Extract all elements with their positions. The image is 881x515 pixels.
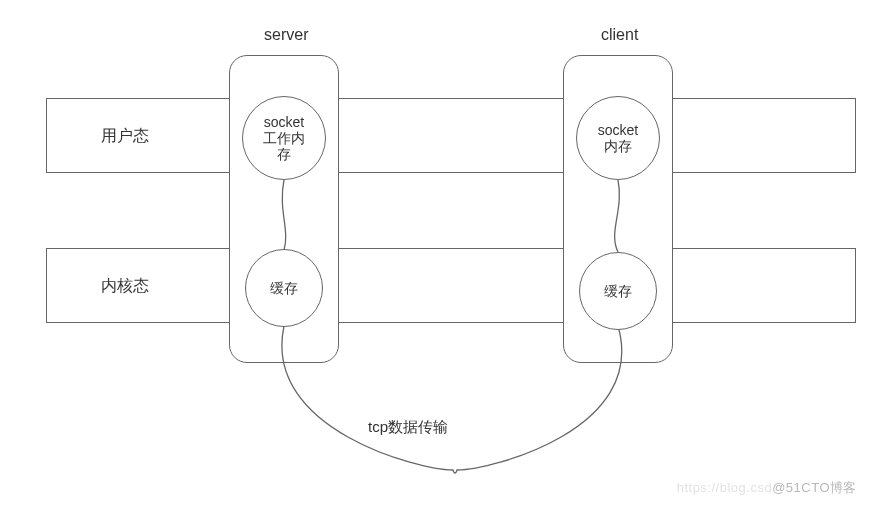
layer-kernel-label: 内核态 bbox=[101, 275, 149, 296]
client-cache-circle: 缓存 bbox=[579, 252, 657, 330]
server-cache-circle: 缓存 bbox=[245, 249, 323, 327]
watermark-faint: https://blog.csd bbox=[677, 480, 772, 495]
transport-label: tcp数据传输 bbox=[368, 418, 448, 437]
layer-kernel-space: 内核态 bbox=[46, 248, 856, 323]
client-socket-circle: socket 内存 bbox=[576, 96, 660, 180]
title-client: client bbox=[601, 26, 638, 44]
diagram-stage: 用户态 内核态 server client socket 工作内 存 缓存 so… bbox=[0, 0, 881, 515]
layer-user-label: 用户态 bbox=[101, 125, 149, 146]
watermark-strong: @51CTO博客 bbox=[772, 480, 857, 495]
title-server: server bbox=[264, 26, 308, 44]
server-socket-circle: socket 工作内 存 bbox=[242, 96, 326, 180]
watermark: https://blog.csd@51CTO博客 bbox=[677, 479, 857, 497]
layer-user-space: 用户态 bbox=[46, 98, 856, 173]
